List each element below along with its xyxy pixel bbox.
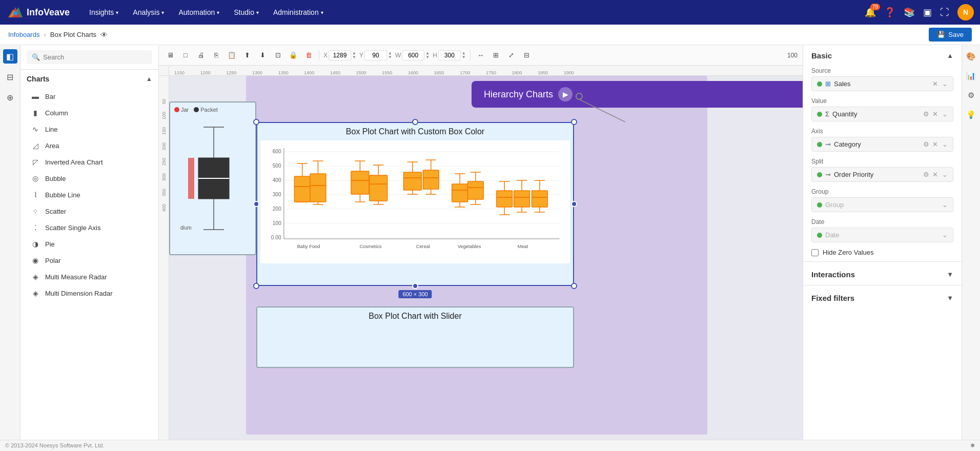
charts-section-header[interactable]: Charts ▲ bbox=[21, 70, 158, 88]
eye-icon[interactable]: 👁 bbox=[100, 31, 108, 39]
source-value-row[interactable]: ⊞ Sales ✕ ⌄ bbox=[811, 76, 953, 91]
hide-zero-checkbox[interactable] bbox=[811, 249, 819, 256]
toolbar-layers-icon[interactable]: ⊟ bbox=[3, 70, 17, 84]
nav-administration[interactable]: Administration ▾ bbox=[266, 5, 331, 19]
chart-item-bubble-line[interactable]: ⌇ Bubble Line bbox=[21, 187, 158, 203]
canvas-scroll[interactable]: Jar Packet bbox=[169, 76, 803, 451]
chart-item-multi-measure-radar[interactable]: ◈ Multi Measure Radar bbox=[21, 269, 158, 285]
interactions-section-header[interactable]: Interactions ▼ bbox=[803, 264, 962, 283]
box-plot-chart-2-container[interactable]: Box Plot Chart with Slider bbox=[256, 306, 574, 368]
date-empty-row[interactable]: Date ⌄ bbox=[811, 228, 953, 242]
split-value-row[interactable]: ⊸ Order Priority ⚙ ✕ ⌄ bbox=[811, 167, 953, 182]
handle-ml[interactable] bbox=[253, 201, 259, 207]
handle-mr[interactable] bbox=[571, 201, 577, 207]
x-input[interactable] bbox=[329, 50, 351, 60]
toolbar-data-icon[interactable]: ⊕ bbox=[3, 90, 17, 105]
handle-br[interactable] bbox=[571, 283, 577, 289]
box-plot-chart-1-container[interactable]: Box Plot Chart with Custom Box Color 600… bbox=[256, 122, 574, 286]
chart-item-bar[interactable]: ▬ Bar bbox=[21, 88, 158, 105]
handle-tl[interactable] bbox=[253, 119, 259, 125]
handle-bl[interactable] bbox=[253, 283, 259, 289]
chart-item-polar[interactable]: ◉ Polar bbox=[21, 252, 158, 269]
monitor-icon[interactable]: 🖥 bbox=[164, 49, 176, 61]
handle-bc[interactable] bbox=[412, 283, 418, 289]
send-back-icon[interactable]: ⬇ bbox=[256, 49, 269, 61]
handle-tc[interactable] bbox=[412, 119, 418, 125]
search-input-wrap[interactable]: 🔍 bbox=[27, 50, 152, 64]
source-clear-icon[interactable]: ✕ bbox=[932, 80, 938, 88]
y-input[interactable] bbox=[364, 50, 387, 60]
svg-text:Meat: Meat bbox=[518, 244, 528, 249]
group-empty-row[interactable]: Group ⌄ bbox=[811, 197, 953, 212]
axis-gear-icon[interactable]: ⚙ bbox=[923, 140, 929, 148]
delete-icon[interactable]: 🗑 bbox=[302, 49, 315, 61]
footer: © 2013-2024 Noesys Software Pvt. Ltd. ✱ bbox=[0, 440, 980, 451]
axis-value-row[interactable]: ⊸ Category ⚙ ✕ ⌄ bbox=[811, 137, 953, 152]
help-icon[interactable]: ❓ bbox=[884, 7, 895, 18]
paste-icon[interactable]: 📋 bbox=[226, 49, 238, 61]
library-icon[interactable]: 📚 bbox=[904, 7, 915, 18]
ri-chart-icon[interactable]: 📊 bbox=[964, 69, 978, 83]
h-coord: H ▲ ▼ bbox=[433, 50, 466, 60]
date-dot bbox=[817, 233, 822, 238]
user-avatar[interactable]: N bbox=[957, 4, 974, 20]
layout-icon[interactable]: ▣ bbox=[923, 7, 932, 18]
ri-filter-icon[interactable]: ⚙ bbox=[964, 88, 978, 102]
basic-section-header[interactable]: Basic ▲ bbox=[803, 45, 962, 64]
svg-text:500: 500 bbox=[273, 163, 281, 169]
split-label: Split bbox=[811, 158, 953, 165]
lock-icon[interactable]: 🔒 bbox=[287, 49, 299, 61]
fixed-filters-section-header[interactable]: Fixed filters ▼ bbox=[803, 288, 962, 306]
chart-item-column[interactable]: ▮ Column bbox=[21, 105, 158, 121]
h-arrows: ▲ ▼ bbox=[462, 51, 466, 59]
split-gear-icon[interactable]: ⚙ bbox=[923, 171, 929, 178]
basic-collapse-icon: ▲ bbox=[947, 52, 953, 59]
h-input[interactable] bbox=[438, 50, 461, 60]
h-label: H bbox=[433, 52, 437, 59]
chart-item-bubble[interactable]: ◎ Bubble bbox=[21, 170, 158, 187]
axis-clear-icon[interactable]: ✕ bbox=[932, 140, 938, 148]
chart-item-area[interactable]: ◿ Area bbox=[21, 137, 158, 154]
ri-paint-icon[interactable]: 🎨 bbox=[964, 49, 978, 64]
chart-item-scatter-single[interactable]: ⁚ Scatter Single Axis bbox=[21, 219, 158, 236]
copy-icon[interactable]: ⎘ bbox=[210, 49, 222, 61]
nav-studio[interactable]: Studio ▾ bbox=[227, 5, 266, 19]
hierarchy-charts-button[interactable]: Hierarchy Charts ▶ bbox=[472, 81, 803, 108]
columns-icon[interactable]: ⊟ bbox=[521, 49, 533, 61]
bring-forward-icon[interactable]: ⬆ bbox=[241, 49, 253, 61]
group-dot bbox=[817, 202, 822, 208]
nav-insights[interactable]: Insights ▾ bbox=[82, 5, 126, 19]
toolbar-shape-icon[interactable]: ◧ bbox=[3, 49, 17, 64]
value-clear-icon[interactable]: ✕ bbox=[932, 110, 938, 118]
zoom-level: 100 bbox=[787, 52, 798, 59]
distribute-icon[interactable]: ⊞ bbox=[490, 49, 502, 61]
bar-chart-icon: ▬ bbox=[31, 92, 40, 100]
search-input[interactable] bbox=[43, 53, 147, 61]
save-button[interactable]: 💾 Save bbox=[929, 28, 972, 42]
chart-item-inverted-area[interactable]: ◸ Inverted Area Chart bbox=[21, 154, 158, 170]
expand-icon[interactable]: ⛶ bbox=[940, 7, 949, 18]
notification-bell-wrap[interactable]: 🔔 79 bbox=[865, 7, 876, 18]
arrows-icon[interactable]: ↔ bbox=[475, 49, 487, 61]
handle-tr[interactable] bbox=[571, 119, 577, 125]
chart-item-line[interactable]: ∿ Line bbox=[21, 121, 158, 137]
chart-item-pie[interactable]: ◑ Pie bbox=[21, 236, 158, 252]
w-input[interactable] bbox=[402, 50, 424, 60]
breadcrumb-infoboards[interactable]: Infoboards bbox=[8, 31, 39, 38]
nav-automation[interactable]: Automation ▾ bbox=[171, 5, 227, 19]
ri-bulb-icon[interactable]: 💡 bbox=[964, 108, 978, 122]
value-gear-icon[interactable]: ⚙ bbox=[923, 110, 929, 118]
split-clear-icon[interactable]: ✕ bbox=[932, 171, 938, 178]
pie-chart-icon: ◑ bbox=[31, 240, 40, 248]
group-icon[interactable]: ⊡ bbox=[272, 49, 284, 61]
chart-item-scatter[interactable]: ⁘ Scatter bbox=[21, 203, 158, 219]
logo[interactable]: InfoVeave bbox=[6, 3, 70, 22]
square-icon[interactable]: □ bbox=[179, 49, 192, 61]
chart-item-multi-dimension-radar[interactable]: ◈ Multi Dimension Radar bbox=[21, 285, 158, 301]
x-arrows: ▲ ▼ bbox=[352, 51, 356, 59]
nav-analysis[interactable]: Analysis ▾ bbox=[126, 5, 171, 19]
value-value-row[interactable]: Σ Quantity ⚙ ✕ ⌄ bbox=[811, 107, 953, 121]
print-icon[interactable]: 🖨 bbox=[195, 49, 207, 61]
fullscreen-icon[interactable]: ⤢ bbox=[505, 49, 518, 61]
thumbnail-chart[interactable]: Jar Packet bbox=[169, 101, 256, 255]
